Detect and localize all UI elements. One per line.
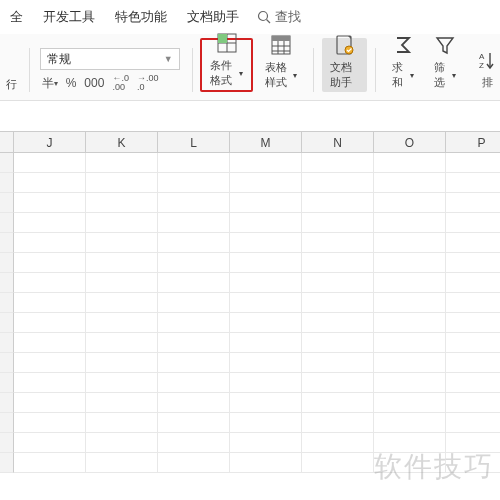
cell[interactable] [158, 153, 230, 173]
cell[interactable] [158, 353, 230, 373]
cell[interactable] [86, 273, 158, 293]
doc-assistant-button[interactable]: 文档助手 [322, 38, 367, 92]
cell[interactable] [302, 293, 374, 313]
cell[interactable] [446, 173, 500, 193]
cell[interactable] [86, 153, 158, 173]
cell[interactable] [302, 313, 374, 333]
cell[interactable] [14, 273, 86, 293]
column-header[interactable]: M [230, 132, 302, 152]
cell[interactable] [302, 453, 374, 473]
cell[interactable] [14, 333, 86, 353]
cell[interactable] [14, 353, 86, 373]
cell[interactable] [374, 193, 446, 213]
column-header[interactable]: K [86, 132, 158, 152]
cell[interactable] [86, 173, 158, 193]
cell[interactable] [302, 333, 374, 353]
cell[interactable] [158, 393, 230, 413]
cell[interactable] [446, 413, 500, 433]
row-header[interactable] [0, 313, 14, 333]
cell[interactable] [374, 213, 446, 233]
cell[interactable] [14, 373, 86, 393]
cell[interactable] [14, 453, 86, 473]
cell[interactable] [302, 413, 374, 433]
cell[interactable] [86, 413, 158, 433]
cell[interactable] [230, 273, 302, 293]
row-header[interactable] [0, 213, 14, 233]
currency-button[interactable]: 半▾ [40, 75, 60, 92]
cell[interactable] [302, 273, 374, 293]
cell[interactable] [446, 433, 500, 453]
cell[interactable] [230, 433, 302, 453]
search-box[interactable]: 查找 [257, 8, 301, 26]
cell[interactable] [446, 453, 500, 473]
cell[interactable] [158, 173, 230, 193]
comma-button[interactable]: 000 [82, 76, 106, 90]
cell[interactable] [230, 213, 302, 233]
menu-doc-helper[interactable]: 文档助手 [187, 8, 239, 26]
cell[interactable] [302, 173, 374, 193]
cell[interactable] [374, 413, 446, 433]
cell[interactable] [230, 313, 302, 333]
cell[interactable] [446, 353, 500, 373]
cell[interactable] [86, 313, 158, 333]
percent-button[interactable]: % [64, 76, 79, 90]
cell[interactable] [86, 353, 158, 373]
cell[interactable] [14, 153, 86, 173]
cell[interactable] [302, 433, 374, 453]
cell[interactable] [86, 433, 158, 453]
cell[interactable] [446, 373, 500, 393]
cell[interactable] [446, 393, 500, 413]
row-header[interactable] [0, 253, 14, 273]
cell[interactable] [230, 253, 302, 273]
cell[interactable] [374, 313, 446, 333]
table-style-button[interactable]: 表格样式▾ [257, 38, 306, 92]
cell[interactable] [374, 393, 446, 413]
cell[interactable] [374, 233, 446, 253]
cell[interactable] [230, 393, 302, 413]
cell[interactable] [86, 453, 158, 473]
cell[interactable] [374, 373, 446, 393]
cell[interactable] [158, 293, 230, 313]
row-header[interactable] [0, 353, 14, 373]
column-header[interactable]: N [302, 132, 374, 152]
wrap-text-fragment[interactable]: 行 [0, 77, 23, 92]
cell[interactable] [446, 333, 500, 353]
cell[interactable] [14, 233, 86, 253]
cell[interactable] [230, 173, 302, 193]
sum-button[interactable]: 求和▾ [384, 38, 422, 92]
cell[interactable] [14, 193, 86, 213]
cell[interactable] [302, 233, 374, 253]
cell[interactable] [446, 153, 500, 173]
menu-safety[interactable]: 全 [10, 8, 23, 26]
cell[interactable] [86, 333, 158, 353]
decrease-decimal-button[interactable]: →.00.0 [135, 74, 161, 92]
cell[interactable] [446, 193, 500, 213]
cell[interactable] [14, 253, 86, 273]
sort-button[interactable]: AZ 排 [468, 38, 498, 92]
cell[interactable] [158, 273, 230, 293]
row-header[interactable] [0, 293, 14, 313]
row-header[interactable] [0, 173, 14, 193]
cell[interactable] [446, 273, 500, 293]
filter-button[interactable]: 筛选▾ [426, 38, 464, 92]
cell[interactable] [230, 293, 302, 313]
cell[interactable] [374, 153, 446, 173]
cell[interactable] [14, 393, 86, 413]
cell[interactable] [230, 373, 302, 393]
cell[interactable] [374, 433, 446, 453]
cell[interactable] [86, 373, 158, 393]
cell[interactable] [14, 293, 86, 313]
cell[interactable] [446, 253, 500, 273]
cell[interactable] [158, 333, 230, 353]
cell[interactable] [374, 353, 446, 373]
cell[interactable] [446, 233, 500, 253]
cell[interactable] [158, 413, 230, 433]
column-header[interactable]: J [14, 132, 86, 152]
cell[interactable] [302, 353, 374, 373]
cell[interactable] [86, 393, 158, 413]
cell[interactable] [86, 293, 158, 313]
cell[interactable] [14, 433, 86, 453]
column-header[interactable] [0, 132, 14, 152]
cell[interactable] [158, 373, 230, 393]
cell[interactable] [302, 253, 374, 273]
